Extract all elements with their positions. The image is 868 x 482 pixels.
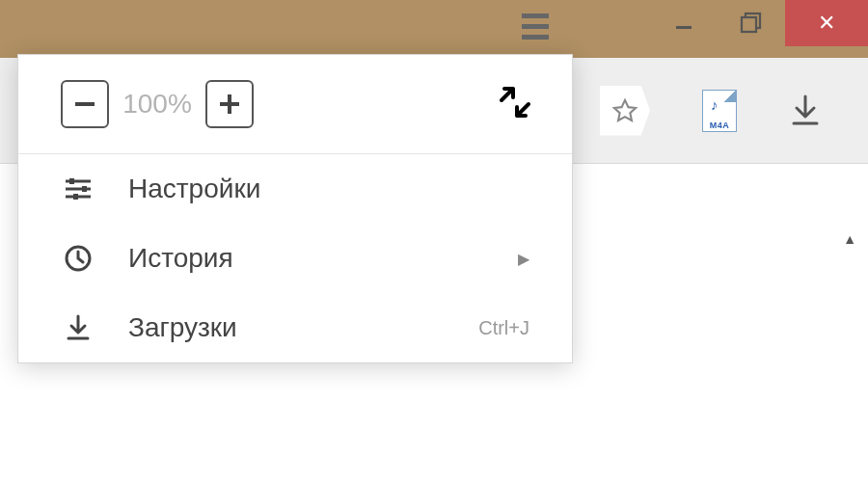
svg-rect-12 [73, 194, 78, 200]
bookmark-button[interactable] [600, 86, 650, 136]
chevron-right-icon: ▶ [518, 250, 529, 268]
shortcut-label: Ctrl+J [478, 317, 529, 339]
zoom-in-button[interactable] [205, 80, 254, 128]
svg-rect-11 [82, 186, 87, 192]
menu-item-label: История [128, 243, 233, 274]
page-fold-icon [724, 91, 736, 102]
zoom-level-label: 100% [109, 89, 205, 120]
minus-icon [70, 90, 99, 119]
maximize-button[interactable] [718, 0, 785, 46]
svg-rect-10 [69, 178, 74, 184]
window-controls: ✕ [650, 0, 868, 46]
clock-icon [61, 243, 95, 274]
minimize-icon [673, 13, 694, 34]
fullscreen-icon [497, 84, 533, 120]
plus-icon [215, 90, 244, 119]
menu-item-history[interactable]: История ▶ [18, 224, 572, 293]
zoom-out-button[interactable] [61, 80, 109, 128]
minimize-button[interactable] [650, 0, 718, 46]
download-icon [61, 312, 95, 343]
zoom-controls: 100% [18, 55, 572, 154]
svg-rect-2 [742, 17, 756, 32]
svg-rect-0 [676, 26, 692, 29]
scroll-up-arrow[interactable]: ▲ [843, 231, 856, 247]
fullscreen-button[interactable] [497, 84, 543, 124]
svg-rect-4 [75, 102, 95, 106]
m4a-label: M4A [703, 120, 736, 130]
maximize-icon [739, 11, 764, 36]
menu-item-settings[interactable]: Настройки [18, 154, 572, 224]
main-menu-button[interactable] [516, 6, 555, 46]
menu-item-label: Настройки [128, 174, 260, 204]
menu-item-label: Загрузки [128, 312, 237, 343]
music-note-icon: ♪ [711, 96, 719, 113]
menu-item-downloads[interactable]: Загрузки Ctrl+J [18, 293, 572, 362]
download-icon [789, 94, 822, 128]
downloads-button[interactable] [789, 94, 822, 128]
main-menu-panel: 100% Настройки [17, 54, 573, 363]
window-titlebar: ✕ [0, 0, 868, 58]
close-icon: ✕ [818, 11, 835, 36]
close-button[interactable]: ✕ [785, 0, 868, 46]
svg-rect-6 [228, 94, 231, 114]
m4a-file-button[interactable]: ♪ M4A [702, 90, 737, 132]
star-icon [611, 97, 638, 124]
sliders-icon [61, 174, 95, 204]
